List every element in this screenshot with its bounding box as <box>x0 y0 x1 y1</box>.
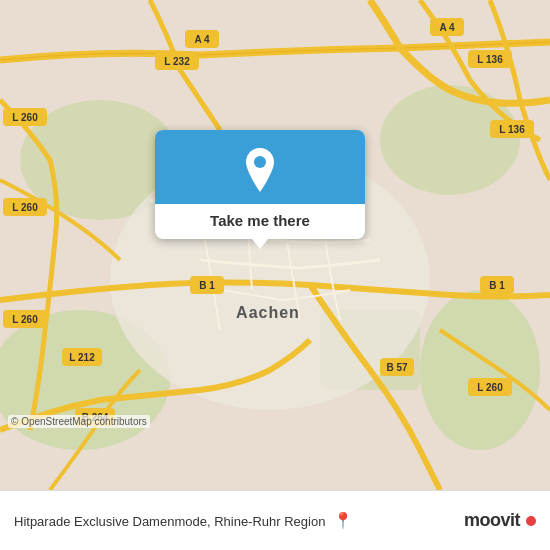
svg-text:B 1: B 1 <box>199 280 215 291</box>
location-pin-icon <box>242 148 278 192</box>
svg-text:L 260: L 260 <box>12 112 38 123</box>
svg-text:L 136: L 136 <box>499 124 525 135</box>
moovit-logo: moovit <box>464 510 536 531</box>
svg-text:Aachen: Aachen <box>236 304 300 321</box>
svg-text:A 4: A 4 <box>194 34 210 45</box>
location-name: Hitparade Exclusive Damenmode, Rhine-Ruh… <box>14 514 325 529</box>
moovit-logo-dot <box>526 516 536 526</box>
svg-text:L 232: L 232 <box>164 56 190 67</box>
map-container[interactable]: A 4 A 4 L 232 L 260 L 260 L 260 L 136 L … <box>0 0 550 490</box>
svg-text:L 260: L 260 <box>12 202 38 213</box>
svg-point-2 <box>420 290 540 450</box>
svg-text:B 1: B 1 <box>489 280 505 291</box>
svg-text:B 57: B 57 <box>386 362 408 373</box>
svg-text:L 136: L 136 <box>477 54 503 65</box>
copyright-text: © OpenStreetMap contributors <box>8 415 150 428</box>
svg-text:L 212: L 212 <box>69 352 95 363</box>
bottom-bar: Hitparade Exclusive Damenmode, Rhine-Ruh… <box>0 490 550 550</box>
location-text: Hitparade Exclusive Damenmode, Rhine-Ruh… <box>14 511 464 530</box>
popup-pin-area <box>155 130 365 204</box>
svg-text:A 4: A 4 <box>439 22 455 33</box>
svg-point-36 <box>254 156 266 168</box>
popup-card[interactable]: Take me there <box>155 130 365 239</box>
location-pin-small: 📍 <box>333 512 353 529</box>
moovit-logo-text: moovit <box>464 510 520 531</box>
svg-text:L 260: L 260 <box>477 382 503 393</box>
take-me-there-button[interactable]: Take me there <box>198 204 322 235</box>
svg-text:L 260: L 260 <box>12 314 38 325</box>
